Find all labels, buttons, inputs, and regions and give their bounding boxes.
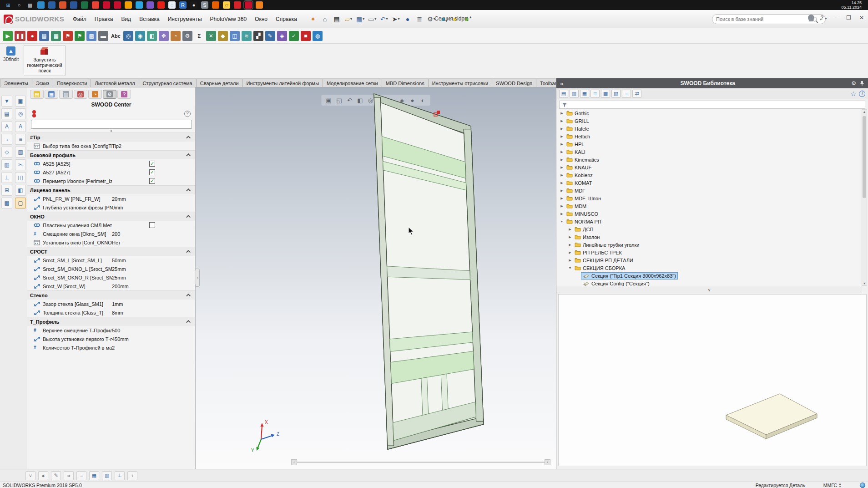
save-icon[interactable]: ▦▾ — [355, 14, 366, 25]
perpendicular-icon[interactable]: ⊥ — [115, 471, 125, 480]
tree-item-hafele[interactable]: ▶Hafele — [556, 125, 862, 132]
parameter-row[interactable]: Sroct_SM_OKNO_R [Sroct_SM_OKI25mm — [27, 273, 195, 282]
user-account-icon[interactable] — [808, 15, 814, 21]
orbit-lens-icon[interactable]: ◔ — [171, 31, 181, 41]
collapse-pane-button[interactable]: » — [560, 80, 563, 87]
close-button[interactable]: ✕ — [857, 14, 866, 22]
menu-3[interactable]: Вставка — [135, 14, 164, 24]
settings-orange-icon[interactable] — [59, 1, 66, 9]
filter-sphere-icon[interactable]: ● — [38, 471, 48, 480]
tree-item-секция-рп-детали[interactable]: ▶СЕКЦИЯ РП ДЕТАЛИ — [556, 256, 862, 264]
sync-icon[interactable]: ⇄ — [632, 90, 641, 98]
section-lens-icon[interactable]: ◧ — [147, 31, 157, 41]
design-table-icon[interactable]: ▦ — [51, 31, 61, 41]
menu-2[interactable]: Вид — [117, 14, 135, 24]
collapse-chevron-icon[interactable] — [186, 250, 191, 254]
parameter-value[interactable]: 500 — [112, 328, 149, 333]
tree-item-секция-tip1-секция-3000x962x83[interactable]: Секция ("Tip1 Секция 3000x962x83") — [556, 272, 862, 280]
undo-icon[interactable]: ↶▾ — [378, 14, 389, 25]
section-header-2[interactable]: Лицевая панель — [27, 185, 195, 194]
display-list-icon[interactable]: ≣ — [414, 14, 425, 25]
smart-dim-icon[interactable]: ◇ — [1, 147, 12, 158]
tab-моделирование-сетки[interactable]: Моделирование сетки — [323, 79, 382, 87]
menu-4[interactable]: Инструменты — [164, 14, 206, 24]
collapse-chevron-icon[interactable] — [186, 188, 191, 193]
model-3d-section-panel[interactable] — [196, 87, 556, 469]
onedrive-icon[interactable]: ◌ — [168, 1, 176, 9]
grid-settings-icon[interactable]: ▦ — [1, 198, 12, 208]
viewport-panel-grip[interactable]: ‹ — [196, 269, 200, 287]
parameter-value[interactable]: 20mm — [112, 196, 149, 202]
swood-tab-table[interactable]: ▦ — [45, 90, 58, 99]
explorer-icon[interactable]: ▱ — [223, 1, 230, 9]
parameter-row[interactable]: Sroct_W [Sroct_W]200mm — [27, 282, 195, 290]
section-header-4[interactable]: СРОСТ — [27, 247, 195, 256]
parameter-value[interactable]: 200 — [112, 231, 149, 237]
menu-1[interactable]: Правка — [91, 14, 117, 24]
parameter-row[interactable]: #Верхнее смещение Т-Профилей в500 — [27, 326, 195, 335]
search-input[interactable] — [716, 16, 812, 22]
tree-item-grill[interactable]: ▶GRILL — [556, 117, 862, 125]
pin-pane-icon[interactable] — [860, 81, 864, 86]
tab-mbd-dimensions[interactable]: MBD Dimensions — [382, 79, 429, 87]
tab-инструменты-отрисовки[interactable]: Инструменты отрисовки — [428, 79, 492, 87]
rstudio-icon[interactable]: R — [179, 1, 187, 9]
tree-item-mdm[interactable]: ▶MDM — [556, 202, 862, 210]
zoom-lens-icon[interactable]: ◎ — [123, 31, 133, 41]
parameter-value[interactable]: 50mm — [112, 258, 149, 263]
offset-tool-icon[interactable]: ◫ — [15, 172, 26, 183]
parameter-value[interactable]: 25mm — [112, 266, 149, 272]
zoom-tool-icon[interactable]: ◎ — [15, 108, 26, 119]
curves-icon[interactable]: ≈ — [64, 471, 74, 480]
thumbnails-icon[interactable]: ▦ — [580, 90, 589, 98]
task-view-icon[interactable]: ▦ — [26, 1, 34, 9]
dropdown-chevron-icon[interactable]: ▾ — [398, 17, 399, 21]
tab-swood-design[interactable]: SWOOD Design — [492, 79, 536, 87]
grid-blue-icon[interactable]: ▦ — [89, 471, 99, 480]
tree-item-komat[interactable]: ▶KOMAT — [556, 179, 862, 187]
expand-arrow-icon[interactable]: ▶ — [559, 166, 565, 169]
sketch-pencil-icon[interactable]: ✎ — [51, 471, 61, 480]
tree-item-minusco[interactable]: ▶MINUSCO — [556, 210, 862, 218]
tree-item-рп-рельс-трек[interactable]: ▶РП РЕЛЬС ТРЕК — [556, 249, 862, 256]
scroll-down-arrow[interactable]: ▼ — [862, 282, 867, 285]
parameter-checkbox[interactable]: ✓ — [149, 178, 155, 184]
youtube-icon[interactable] — [157, 1, 165, 9]
collapse-chevron-icon[interactable] — [186, 215, 191, 219]
film-icon[interactable]: ▬ — [98, 31, 108, 41]
section-header-3[interactable]: ОКНО — [27, 212, 195, 221]
tab-листовой-металл[interactable]: Листовой металл — [91, 79, 139, 87]
swood-tab-materials[interactable]: ▤ — [30, 90, 44, 99]
tab-сварные-детали[interactable]: Сварные детали — [196, 79, 243, 87]
search-icon[interactable]: ○ — [15, 1, 23, 9]
expand-arrow-icon[interactable]: ▼ — [559, 220, 565, 223]
parameter-row[interactable]: Толщина стекла [Glass_T]8mm — [27, 308, 195, 317]
note-tool-icon[interactable]: A — [1, 121, 12, 132]
swood-tab-help[interactable]: ? — [117, 90, 131, 99]
view-tool-icon[interactable]: ▣ — [15, 96, 26, 107]
tree-item-mdf-шпон[interactable]: ▶MDF_Шпон — [556, 194, 862, 202]
solidworks-2019-active-icon[interactable] — [245, 1, 252, 9]
solidworks-rx-icon[interactable] — [103, 1, 110, 9]
macro-pause-icon[interactable]: ❚❚ — [15, 31, 25, 41]
restore-button[interactable]: ❐ — [844, 14, 853, 22]
help-menu-button[interactable]: ? ▾ — [818, 14, 829, 22]
rotate-lens-icon[interactable]: ◉ — [135, 31, 145, 41]
dropdown-chevron-icon[interactable]: ▾ — [386, 17, 388, 21]
hatch-icon[interactable]: ≡ — [76, 471, 86, 480]
parameter-row[interactable]: Глубина установки фрезы [PNL_FI0mm — [27, 203, 195, 212]
relations-tool-icon[interactable]: ⊥ — [1, 172, 12, 183]
symmetry-check-icon[interactable]: ◫ — [230, 31, 240, 41]
sw-resources-icon[interactable]: ✦ — [308, 14, 318, 25]
parameter-checkbox[interactable] — [149, 222, 155, 228]
tree-item-секция-config-секция-[interactable]: Секция Config ("Секция") — [556, 280, 862, 286]
distribute-tool-icon[interactable]: ▥ — [15, 147, 26, 158]
tab-эскиз[interactable]: Эскиз — [32, 79, 53, 87]
expand-arrow-icon[interactable]: ▶ — [559, 119, 565, 123]
parameter-row[interactable]: Зазор стекла [Glass_SM1]1mm — [27, 300, 195, 308]
columns-icon[interactable]: ▥ — [102, 471, 112, 480]
tree-item-hettich[interactable]: ▶Hettich — [556, 132, 862, 140]
tree-item-mdf[interactable]: ▶MDF — [556, 187, 862, 194]
parameter-row[interactable]: Пластины усиления СМЛ Металл [ — [27, 221, 195, 229]
expand-arrow-icon[interactable]: ▶ — [559, 158, 565, 162]
